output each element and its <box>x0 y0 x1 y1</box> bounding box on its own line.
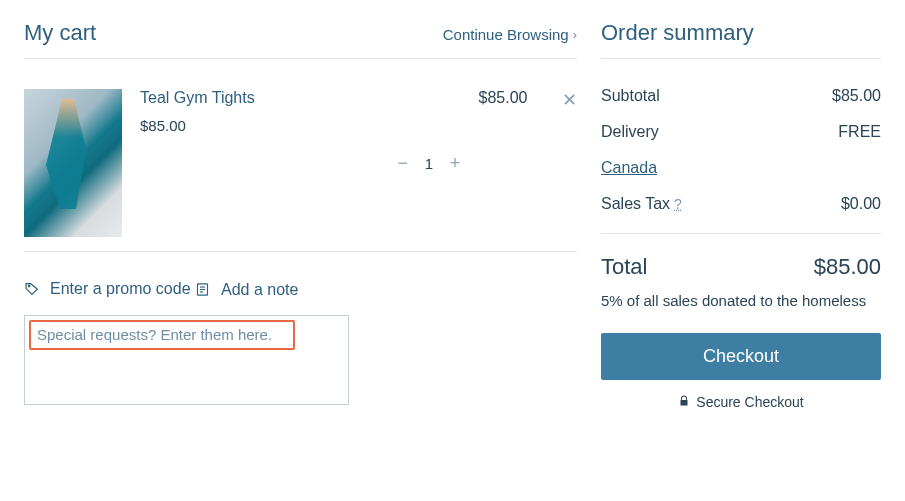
note-input[interactable] <box>37 326 287 343</box>
cart-page: My cart Continue Browsing › Teal Gym Tig… <box>0 0 905 501</box>
remove-item-button[interactable]: ✕ <box>543 89 577 237</box>
donation-note: 5% of all sales donated to the homeless <box>601 292 881 309</box>
secure-checkout-note: Secure Checkout <box>601 394 881 410</box>
total-label: Total <box>601 254 647 280</box>
continue-browsing-link[interactable]: Continue Browsing › <box>443 26 577 43</box>
promo-code-label: Enter a promo code <box>50 280 191 298</box>
subtotal-row: Subtotal $85.00 <box>601 87 881 105</box>
cart-header: My cart Continue Browsing › <box>24 20 577 59</box>
total-value: $85.00 <box>814 254 881 280</box>
tax-help-icon[interactable]: ? <box>674 196 682 212</box>
cart-line-item: Teal Gym Tights $85.00 − 1 + $85.00 ✕ <box>24 59 577 252</box>
checkout-button[interactable]: Checkout <box>601 333 881 380</box>
tax-label: Sales Tax? <box>601 195 682 213</box>
product-name[interactable]: Teal Gym Tights <box>140 89 395 107</box>
delivery-row: Delivery FREE <box>601 123 881 141</box>
subtotal-label: Subtotal <box>601 87 660 105</box>
note-icon <box>195 282 211 298</box>
chevron-right-icon: › <box>573 27 577 42</box>
promo-code-link[interactable]: Enter a promo code <box>24 280 191 298</box>
tax-row: Sales Tax? $0.00 <box>601 195 881 213</box>
note-textarea-container[interactable] <box>24 315 349 405</box>
product-image[interactable] <box>24 89 122 237</box>
secure-checkout-label: Secure Checkout <box>696 394 803 410</box>
qty-value: 1 <box>425 155 433 172</box>
order-summary: Order summary Subtotal $85.00 Delivery F… <box>601 20 881 481</box>
add-note-label: Add a note <box>221 281 298 299</box>
lock-icon <box>678 394 690 410</box>
delivery-value: FREE <box>838 123 881 141</box>
decrease-qty-button[interactable]: − <box>395 153 411 174</box>
product-info: Teal Gym Tights $85.00 <box>122 89 395 237</box>
line-total: $85.00 <box>463 89 543 237</box>
summary-title: Order summary <box>601 20 881 59</box>
subtotal-value: $85.00 <box>832 87 881 105</box>
continue-browsing-label: Continue Browsing <box>443 26 569 43</box>
delivery-country-link[interactable]: Canada <box>601 159 657 177</box>
page-title: My cart <box>24 20 96 46</box>
tag-icon <box>24 281 40 297</box>
cart-column: My cart Continue Browsing › Teal Gym Tig… <box>24 20 577 481</box>
product-unit-price: $85.00 <box>140 117 395 134</box>
increase-qty-button[interactable]: + <box>447 153 463 174</box>
summary-lines: Subtotal $85.00 Delivery FREE Canada Sal… <box>601 59 881 234</box>
delivery-label: Delivery <box>601 123 659 141</box>
quantity-stepper: − 1 + <box>395 89 463 237</box>
add-note-link[interactable]: Add a note <box>195 281 298 299</box>
tax-value: $0.00 <box>841 195 881 213</box>
svg-point-0 <box>28 285 30 287</box>
note-placeholder-highlight <box>29 320 295 350</box>
total-row: Total $85.00 <box>601 234 881 292</box>
